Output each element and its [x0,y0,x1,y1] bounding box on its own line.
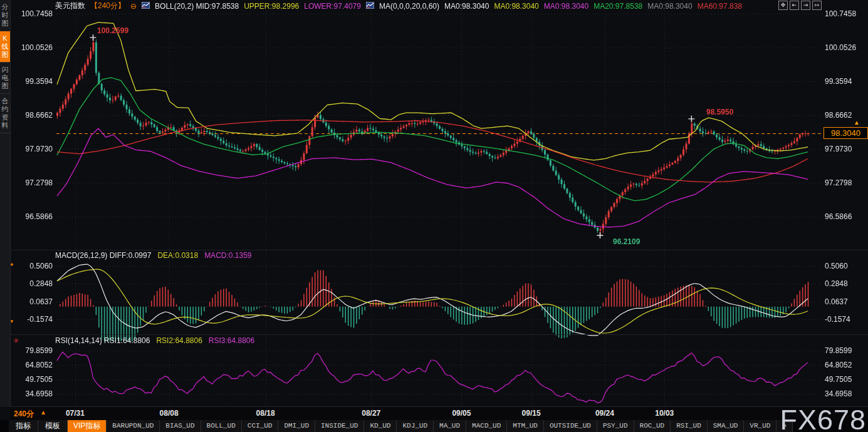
legend-item: MA0:98.3040 [494,2,538,11]
legend-item: MA20:97.8538 [593,2,642,11]
legend-item: MA(0,0,0,20,0,60) [379,2,439,11]
scroll-right-icon[interactable]: ⇥ [801,1,810,10]
sidebar-tab-1[interactable]: K线图 [0,31,10,63]
chart-canvas[interactable] [0,0,868,432]
chart-nav-icons: ✥⇤⇥↦ [778,1,822,10]
high-price-marker: 100.2599 [97,26,128,35]
macd-header: MACD(26,12,9) DIFF:0.0997DEA:0.0318MACD:… [55,251,252,260]
indicator-header-item: DEA:0.0318 [157,251,198,260]
toolbar-button-sma_ud[interactable]: SMA_UD [708,420,745,432]
y-axis-label: 64.8052 [825,361,866,369]
toolbar-button-roc_ud[interactable]: ROC_UD [634,420,671,432]
legend-item: 美元指数 [55,1,85,11]
legend-item: MA0:98.3040 [544,2,588,11]
sidebar-tab-2[interactable]: 闪电图 [0,63,10,94]
y-axis-label: 97.9730 [825,145,866,153]
y-axis-label: 49.7505 [11,375,53,384]
trading-app-window: 分时图K线图闪电图合约资料 美元指数【240分】⊖BOLL(20,2) MID:… [0,0,868,432]
page-right-icon[interactable]: ↦ [812,1,822,10]
indicator-header-item: RSI(14,14,14) RSI1:64.8806 [55,336,150,345]
y-axis-label: 100.0526 [11,43,53,52]
legend-item: BOLL(20,2) MID:97.8538 [155,2,239,11]
y-axis-label: 100.7458 [825,9,866,18]
sidebar-tabs: 分时图K线图闪电图合约资料 [0,0,11,407]
y-axis-label: 98.6662 [11,111,53,120]
low-price-marker: 96.2109 [613,237,640,246]
legend-item: MA60:97.838 [698,2,742,11]
toolbar-button-kd_ud[interactable]: KD_UD [364,420,397,432]
indicator-badge-icon [142,2,150,11]
date-label: 08/18 [256,409,275,418]
date-label: 08/08 [160,409,179,418]
watermark: FX678 [780,404,866,432]
date-label: 08/27 [362,409,380,418]
y-axis-label: 79.8599 [11,346,53,355]
toolbar-button-boll_ud[interactable]: BOLL_UD [201,420,242,432]
y-axis-label: 49.7505 [825,375,866,384]
scroll-left-icon[interactable]: ⇤ [790,1,799,10]
toolbar-button-outside_ud[interactable]: OUTSIDE_UD [544,420,597,432]
y-axis-label: 0.2848 [11,279,53,288]
toolbar-button-ma_ud[interactable]: MA_UD [434,420,466,432]
y-axis-label: 99.3594 [11,77,53,86]
minus-circle-icon[interactable]: ⊖ [130,2,137,11]
y-axis-label: 97.2798 [825,178,866,187]
toolbar-button-kdj_ud[interactable]: KDJ_UD [397,420,434,432]
y-axis-label: 0.0637 [825,297,866,306]
indicator-badge-icon [366,2,374,11]
date-label: 10/03 [655,409,674,418]
sidebar-tab-0[interactable]: 分时图 [0,0,10,31]
period-up-arrow-icon[interactable]: ▲ [40,409,46,416]
pan-chart-icon[interactable]: ✥ [778,1,788,10]
toolbar-button-dmi_ud[interactable]: DMI_UD [278,420,315,432]
sidebar-tab-3[interactable]: 合约资料 [0,94,10,133]
toolbar-button-macd_ud[interactable]: MACD_UD [466,420,507,432]
indicator-header-item: MACD(26,12,9) DIFF:0.0997 [55,251,151,260]
indicator-header-item: RSI2:64.8806 [156,336,202,345]
y-axis-label: 97.2798 [11,178,53,187]
toolbar-button-vr_ud[interactable]: VR_UD [744,420,776,432]
legend-item: LOWER:97.4079 [304,2,361,11]
toolbar-button-psy_ud[interactable]: PSY_UD [597,420,634,432]
legend-item: MA0:98.3040 [444,2,489,11]
period-label[interactable]: 240分 [14,409,34,419]
legend-item: MA0:98.3040 [647,2,692,11]
indicator-toolbar: 指标模板VIP指标BARUPDN_UDBIAS_UDBOLL_UDCCI_UDD… [0,420,868,432]
time-axis-row: 240分 ▲ 07/3108/0808/1808/2709/0509/1509/… [10,407,868,420]
y-axis-label: 0.2848 [825,279,866,288]
toolbar-button-指标[interactable]: 指标 [9,420,38,432]
y-axis-label: 79.8599 [825,346,866,355]
y-axis-label: 34.6958 [11,389,53,398]
alert-star-icon: ✳ [13,337,19,345]
toolbar-button-inside_ud[interactable]: INSIDE_UD [315,420,364,432]
chart-legend: 美元指数【240分】⊖BOLL(20,2) MID:97.8538UPPER:9… [55,1,742,11]
legend-item: 【240分】 [90,1,125,11]
toolbar-button-vip指标[interactable]: VIP指标 [68,420,107,432]
toolbar-button-rsi_ud[interactable]: RSI_UD [671,420,708,432]
y-axis-label: 98.6662 [825,111,866,120]
y-axis-label: 34.6958 [825,389,866,398]
toolbar-button-模板[interactable]: 模板 [38,420,68,432]
date-label: 09/24 [595,409,614,418]
y-axis-label: 64.8052 [11,361,53,369]
toolbar-button-mtm_ud[interactable]: MTM_UD [507,420,544,432]
indicator-header-item: MACD:0.1359 [204,251,251,260]
rsi-header: RSI(14,14,14) RSI1:64.8806RSI2:64.8806RS… [55,336,254,345]
date-label: 09/05 [452,409,471,418]
y-axis-label: -0.1574 [825,315,866,324]
y-axis-label: 97.9730 [11,145,53,153]
y-axis-label: 0.0637 [11,297,53,306]
toolbar-button-cci_ud[interactable]: CCI_UD [242,420,279,432]
toolbar-button-bias_ud[interactable]: BIAS_UD [160,420,201,432]
y-axis-label: 96.5866 [825,212,866,221]
secondary-peak-marker: 98.5950 [706,108,733,116]
date-label: 09/15 [522,409,541,418]
toolbar-button-barupdn_ud[interactable]: BARUPDN_UD [107,420,160,432]
legend-item: UPPER:98.2996 [244,2,299,11]
y-axis-label: 99.3594 [825,77,866,86]
y-axis-label: 100.0526 [825,43,866,52]
price-up-arrow-icon: ▲ [854,119,860,126]
indicator-header-item: RSI3:64.8806 [209,336,254,345]
y-axis-label: 96.5866 [11,212,53,221]
y-axis-label: 0.5060 [825,262,866,270]
